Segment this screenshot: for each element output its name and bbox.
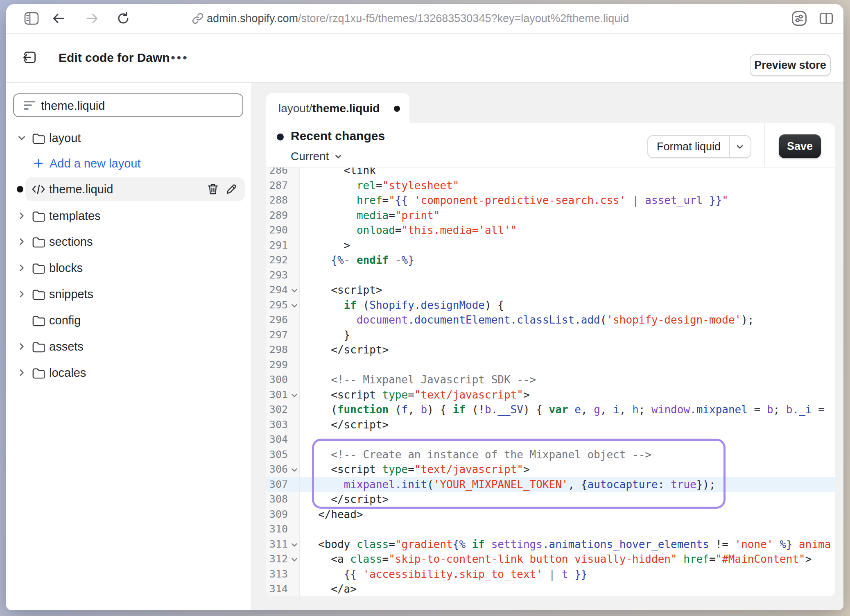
code-line-294[interactable]: 294 <script> — [266, 283, 835, 298]
code-line-292[interactable]: 292 {%- endif -%} — [266, 253, 835, 268]
page-settings-icon[interactable] — [788, 4, 810, 33]
code-line-299[interactable]: 299 — [266, 358, 835, 373]
sidebar-toggle-icon[interactable] — [22, 4, 41, 33]
chevron-right-icon[interactable] — [17, 229, 26, 254]
code-line-293[interactable]: 293 — [266, 268, 835, 283]
sidebar-item-blocks[interactable]: blocks — [6, 255, 251, 281]
code-line-298[interactable]: 298 </script> — [266, 342, 835, 358]
code-text: document.documentElement.classList.add('… — [300, 313, 754, 328]
code-line-308[interactable]: 308 </script> — [266, 492, 835, 507]
fold-chevron-icon[interactable] — [291, 556, 298, 563]
browser-toolbar: admin.shopify.com/store/rzq1xu-f5/themes… — [6, 4, 843, 34]
code-line-300[interactable]: 300 <!-- Mixpanel Javascript SDK --> — [266, 372, 835, 387]
sidebar-item-layout[interactable]: layout — [6, 125, 251, 151]
version-dropdown[interactable]: Current — [291, 149, 343, 164]
url-field[interactable]: admin.shopify.com/store/rzq1xu-f5/themes… — [207, 4, 629, 33]
code-line-303[interactable]: 303 </script> — [266, 417, 835, 433]
format-liquid-button[interactable]: Format liquid — [648, 136, 730, 157]
chevron-down-icon — [735, 142, 745, 152]
file-search-input[interactable] — [40, 94, 238, 117]
tab-theme-liquid[interactable]: layout/theme.liquid — [266, 93, 409, 124]
content-area: layoutAdd a new layouttheme.liquidtempla… — [6, 83, 843, 610]
sidebar-item-assets[interactable]: assets — [6, 334, 251, 359]
code-text: <script> — [300, 283, 382, 298]
code-line-291[interactable]: 291 > — [266, 238, 835, 253]
exit-editor-button[interactable] — [18, 46, 41, 69]
code-line-302[interactable]: 302 (function (f, b) { if (!b.__SV) { va… — [266, 402, 835, 417]
fold-chevron-icon[interactable] — [291, 392, 298, 399]
format-liquid-menu-button[interactable] — [729, 136, 751, 157]
line-number: 292 — [266, 253, 300, 268]
line-number: 298 — [266, 342, 300, 358]
sidebar-item-label: blocks — [49, 255, 83, 281]
split-view-icon[interactable] — [815, 4, 837, 33]
save-button[interactable]: Save — [779, 134, 821, 158]
code-line-314[interactable]: 314 </a> — [266, 582, 835, 596]
chevron-right-icon[interactable] — [17, 203, 26, 229]
chevron-right-icon[interactable] — [17, 255, 26, 281]
code-text: <a class="skip-to-content-link button vi… — [300, 552, 812, 567]
code-line-306[interactable]: 306 <script type="text/javascript"> — [266, 462, 835, 477]
forward-button[interactable] — [82, 4, 102, 33]
fold-chevron-icon[interactable] — [291, 302, 298, 309]
code-text — [300, 358, 318, 373]
code-text: {%- endif -%} — [300, 253, 414, 268]
sidebar-item-label: sections — [49, 229, 93, 254]
code-line-313[interactable]: 313 {{ 'accessibility.skip_to_text' | t … — [266, 567, 835, 582]
sidebar-item-add-a-new-layout[interactable]: Add a new layout — [6, 151, 251, 176]
code-text — [300, 522, 318, 537]
code-line-311[interactable]: 311<body class="gradient{% if settings.a… — [266, 537, 835, 552]
code-text: <script type="text/javascript"> — [300, 462, 530, 477]
code-line-310[interactable]: 310 — [266, 522, 835, 537]
code-line-301[interactable]: 301 <script type="text/javascript"> — [266, 387, 835, 403]
sidebar-item-label: assets — [49, 334, 84, 359]
sidebar-item-locales[interactable]: locales — [6, 360, 251, 385]
code-line-286[interactable]: 286 <link — [266, 168, 835, 178]
code-line-304[interactable]: 304 — [266, 432, 835, 447]
sidebar-item-snippets[interactable]: snippets — [6, 281, 251, 307]
link-icon — [190, 4, 206, 33]
rename-file-button[interactable] — [225, 177, 238, 202]
fold-chevron-icon[interactable] — [291, 541, 298, 548]
code-text: if (Shopify.designMode) { — [300, 298, 504, 313]
code-text — [300, 268, 318, 283]
code-line-307[interactable]: 307 mixpanel.init('YOUR_MIXPANEL_TOKEN',… — [266, 477, 835, 492]
chevron-right-icon[interactable] — [17, 281, 26, 307]
line-number: 303 — [266, 417, 300, 433]
sidebar-item-theme-liquid[interactable]: theme.liquid — [6, 177, 251, 202]
sidebar-item-label: config — [49, 308, 81, 333]
delete-file-button[interactable] — [206, 177, 219, 202]
code-line-289[interactable]: 289 media="print" — [266, 208, 835, 223]
fold-chevron-icon[interactable] — [291, 287, 298, 294]
sidebar-item-templates[interactable]: templates — [6, 203, 251, 229]
chevron-right-icon[interactable] — [17, 334, 26, 359]
code-text: href="{{ 'component-predictive-search.cs… — [300, 193, 728, 208]
line-number: 289 — [266, 208, 300, 223]
chevron-down-icon[interactable] — [17, 125, 26, 151]
preview-store-button[interactable]: Preview store — [750, 54, 831, 76]
toolbar-divider — [764, 123, 765, 167]
code-line-305[interactable]: 305 <!-- Create an instance of the Mixpa… — [266, 447, 835, 462]
more-actions-button[interactable]: ••• — [168, 48, 191, 68]
code-line-295[interactable]: 295 if (Shopify.designMode) { — [266, 298, 835, 313]
code-line-290[interactable]: 290 onload="this.media='all'" — [266, 223, 835, 238]
file-sidebar: layoutAdd a new layouttheme.liquidtempla… — [6, 83, 251, 610]
chevron-right-icon[interactable] — [17, 360, 26, 385]
code-line-297[interactable]: 297 } — [266, 328, 835, 343]
recent-changes-dot — [277, 134, 284, 140]
code-line-287[interactable]: 287 rel="stylesheet" — [266, 178, 835, 193]
code-editor[interactable]: 286 <link287 rel="stylesheet"288 href="{… — [266, 168, 835, 596]
sidebar-item-sections[interactable]: sections — [6, 229, 251, 254]
code-line-288[interactable]: 288 href="{{ 'component-predictive-searc… — [266, 193, 835, 208]
code-line-312[interactable]: 312 <a class="skip-to-content-link butto… — [266, 552, 835, 567]
back-button[interactable] — [49, 4, 68, 33]
sidebar-item-label: templates — [49, 203, 101, 229]
code-text: <body class="gradient{% if settings.anim… — [300, 537, 831, 552]
code-line-309[interactable]: 309</head> — [266, 507, 835, 522]
folder-icon — [32, 255, 45, 281]
fold-chevron-icon[interactable] — [291, 466, 298, 473]
code-line-296[interactable]: 296 document.documentElement.classList.a… — [266, 313, 835, 328]
sidebar-item-config[interactable]: config — [6, 308, 251, 333]
reload-button[interactable] — [113, 4, 133, 33]
line-number: 312 — [266, 552, 300, 567]
